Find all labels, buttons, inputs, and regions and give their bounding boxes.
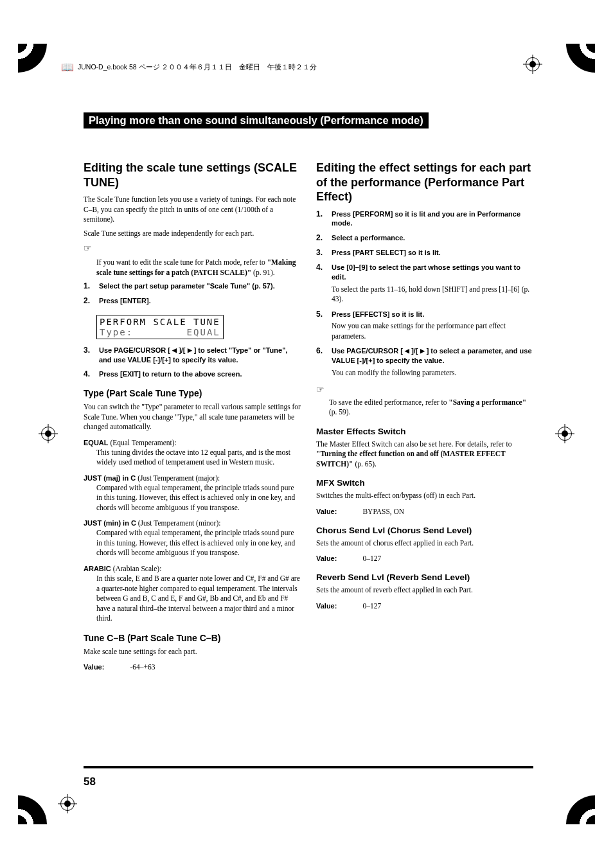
note-text-c: (p. 91).	[251, 269, 274, 276]
mfx-value-line: Value:BYPASS, ON	[316, 505, 533, 517]
right-heading: Editing the effect settings for each par…	[316, 161, 533, 204]
step-number: 3.	[316, 248, 326, 258]
step-note: You can modify the following parameters.	[332, 368, 533, 378]
mes-desc: The Master Effect Switch can also be set…	[316, 439, 533, 470]
def-equal: EQUAL (Equal Temperament): This tuning d…	[84, 436, 301, 468]
step-text: Press [EFFECTS] so it is lit. Now you ca…	[332, 310, 533, 342]
crop-disc-tr	[566, 44, 595, 73]
mfx-desc: Switches the multi-effect on/bypass (off…	[316, 491, 533, 501]
save-note: To save the edited performance, refer to…	[329, 398, 533, 418]
step-text: Use PAGE/CURSOR [ ◀ ]/[ ▶ ] to select a …	[332, 346, 533, 378]
step-text: Use [0]–[9] to select the part whose set…	[332, 263, 533, 305]
step-text: Press [PART SELECT] so it is lit.	[332, 248, 533, 258]
right-step-5: 5. Press [EFFECTS] so it is lit. Now you…	[316, 310, 533, 342]
patch-scale-note: If you want to edit the scale tune for P…	[96, 258, 301, 278]
step-number: 5.	[316, 310, 326, 342]
step-text: Press [EXIT] to return to the above scre…	[99, 369, 301, 379]
crop-disc-br	[566, 795, 595, 824]
step-number: 4.	[84, 369, 94, 379]
type-intro: You can switch the "Type" parameter to r…	[84, 402, 301, 432]
tune-desc: Make scale tune settings for each part.	[84, 647, 301, 657]
mes-heading: Master Effects Switch	[316, 427, 533, 436]
chorus-desc: Sets the amount of chorus effect applied…	[316, 538, 533, 549]
reverb-value-line: Value:0–127	[316, 599, 533, 611]
step-text: Press [PERFORM] so it is lit and you are…	[332, 209, 533, 229]
def-just-min: JUST (min) in C (Just Temperament (minor…	[84, 517, 301, 558]
reverb-heading: Reverb Send Lvl (Reverb Send Level)	[316, 572, 533, 582]
reverb-desc: Sets the amount of reverb effect applied…	[316, 585, 533, 596]
crop-disc-bl	[18, 795, 47, 824]
def-just-maj: JUST (maj) in C (Just Temperament (major…	[84, 472, 301, 513]
step-text: Use PAGE/CURSOR [ ◀ ]/[ ▶ ] to select "T…	[99, 346, 301, 365]
step-number: 4.	[316, 263, 326, 305]
step-text: Select a performance.	[332, 233, 533, 243]
section-title: Playing more than one sound simultaneous…	[84, 112, 429, 128]
right-column: Editing the effect settings for each par…	[316, 161, 533, 672]
left-steps-2: 3. Use PAGE/CURSOR [ ◀ ]/[ ▶ ] to select…	[84, 346, 301, 380]
tune-value-line: Value:-64–+63	[84, 660, 301, 672]
chorus-value-line: Value:0–127	[316, 552, 533, 563]
left-step-2: 2. Press [ENTER].	[84, 296, 301, 306]
left-heading: Editing the scale tune settings (SCALE T…	[84, 161, 301, 190]
registration-mark-right	[555, 424, 574, 443]
right-step-6: 6. Use PAGE/CURSOR [ ◀ ]/[ ▶ ] to select…	[316, 346, 533, 378]
footer-rule	[84, 766, 533, 768]
step-note: To select the parts 11–16, hold down [SH…	[332, 285, 533, 305]
pointing-hand-icon: ☞	[316, 384, 324, 395]
step-number: 1.	[84, 281, 94, 291]
lcd-row-1: PERFORM SCALE TUNE	[100, 317, 220, 327]
lcd-right: EQUAL	[187, 327, 220, 337]
registration-mark-bottom	[58, 794, 77, 813]
step-number: 1.	[316, 209, 326, 229]
pointing-hand-icon: ☞	[84, 243, 92, 254]
tune-heading: Tune C–B (Part Scale Tune C–B)	[84, 633, 301, 643]
step-number: 2.	[316, 233, 326, 243]
book-icon: 📖	[61, 61, 74, 73]
left-steps: 1. Select the part setup parameter "Scal…	[84, 281, 301, 306]
chorus-heading: Chorus Send Lvl (Chorus Send Level)	[316, 526, 533, 535]
right-step-3: 3. Press [PART SELECT] so it is lit.	[316, 248, 533, 258]
right-steps: 1. Press [PERFORM] so it is lit and you …	[316, 209, 533, 378]
left-step-3: 3. Use PAGE/CURSOR [ ◀ ]/[ ▶ ] to select…	[84, 346, 301, 365]
triangle-right-icon: ▶	[420, 348, 425, 354]
lcd-left: Type:	[100, 327, 133, 337]
note-text-a: If you want to edit the scale tune for P…	[96, 258, 267, 266]
left-step-1: 1. Select the part setup parameter "Scal…	[84, 281, 301, 291]
right-step-2: 2. Select a performance.	[316, 233, 533, 243]
page-number: 58	[84, 775, 96, 788]
step-text: Select the part setup parameter "Scale T…	[99, 281, 301, 291]
triangle-right-icon: ▶	[188, 347, 192, 353]
registration-mark-left	[39, 424, 58, 443]
step-number: 6.	[316, 346, 326, 378]
left-column: Editing the scale tune settings (SCALE T…	[84, 161, 301, 672]
step-number: 3.	[84, 346, 94, 365]
lcd-row-2: Type: EQUAL	[100, 327, 220, 337]
right-step-4: 4. Use [0]–[9] to select the part whose …	[316, 263, 533, 305]
def-arabic: ARABIC (Arabian Scale): In this scale, E…	[84, 562, 301, 624]
lcd-display: PERFORM SCALE TUNE Type: EQUAL	[96, 315, 224, 339]
step-number: 2.	[84, 296, 94, 306]
step-text: Press [ENTER].	[99, 296, 301, 306]
crop-disc-tl	[18, 44, 47, 73]
left-intro-1: The Scale Tune function lets you use a v…	[84, 195, 301, 225]
step-note: Now you can make settings for the perfor…	[332, 321, 533, 341]
mfx-heading: MFX Switch	[316, 478, 533, 488]
right-step-1: 1. Press [PERFORM] so it is lit and you …	[316, 209, 533, 229]
left-step-4: 4. Press [EXIT] to return to the above s…	[84, 369, 301, 379]
left-intro-2: Scale Tune settings are made independent…	[84, 229, 301, 239]
type-heading: Type (Part Scale Tune Type)	[84, 388, 301, 398]
